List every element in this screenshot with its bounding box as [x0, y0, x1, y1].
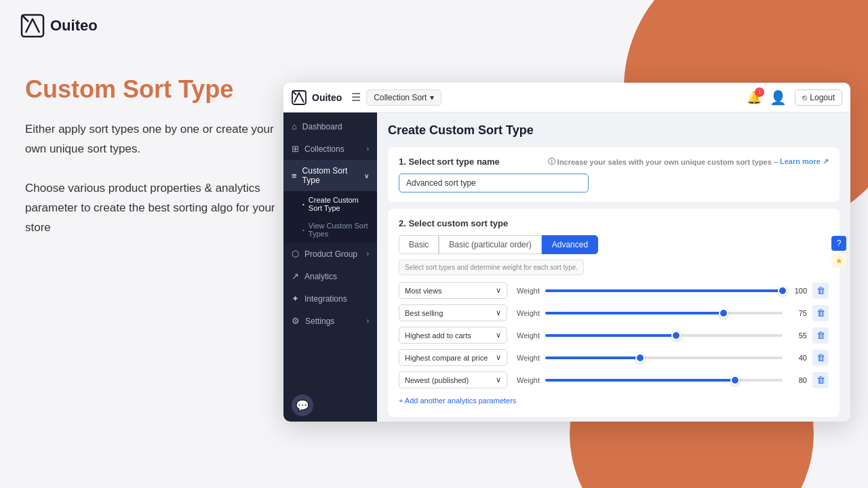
sort-type-dropdown-most-views[interactable]: Most views ∨ — [399, 282, 507, 299]
app-topbar: Ouiteo ☰ Collection Sort ▾ 🔔 1 👤 ⎋ Logou… — [283, 83, 850, 113]
section1-label: 1. Select sort type name ⓘ Increase your… — [399, 157, 829, 167]
page-title: Create Custom Sort Type — [388, 123, 840, 138]
logout-button[interactable]: ⎋ Logout — [795, 89, 842, 106]
dropdown-chevron-icon: ∨ — [496, 286, 501, 295]
sort-row-compare-price: Highest compare at price ∨ Weight 40 🗑 — [399, 349, 829, 366]
app-logo-text: Ouiteo — [312, 92, 342, 103]
sidebar-item-integrations[interactable]: ✦ Integrations — [283, 287, 377, 310]
delete-row-compare-price[interactable]: 🗑 — [812, 350, 829, 366]
info-icon: ⓘ — [548, 157, 555, 167]
weight-value-best-selling: 75 — [788, 309, 807, 317]
app-topbar-center: Collection Sort ▾ — [366, 89, 741, 106]
section1-hint: ⓘ Increase your sales with your own uniq… — [548, 157, 829, 167]
dropdown-chevron-icon: ∨ — [496, 375, 501, 384]
section1-card: 1. Select sort type name ⓘ Increase your… — [388, 147, 840, 202]
tab-basic-order[interactable]: Basic (particular order) — [439, 235, 541, 254]
svg-line-1 — [22, 15, 28, 22]
notification-badge: 1 — [755, 87, 764, 97]
sidebar-submenu: Create Custom Sort Type View Custom Sort… — [283, 191, 377, 243]
bookmark-button[interactable]: ★ — [831, 253, 846, 268]
sort-row-newest: Newest (published) ∨ Weight 80 🗑 — [399, 371, 829, 388]
sidebar-item-analytics[interactable]: ↗ Analytics — [283, 265, 377, 287]
sidebar-item-dashboard[interactable]: ⌂ Dashboard — [283, 115, 377, 138]
weight-slider-add-carts[interactable] — [545, 329, 783, 342]
logout-icon: ⎋ — [802, 93, 807, 102]
dropdown-chevron-icon: ∨ — [496, 353, 501, 362]
product-group-icon: ⬡ — [292, 249, 299, 259]
weight-slider-best-selling[interactable] — [545, 306, 783, 320]
sort-type-dropdown-newest[interactable]: Newest (published) ∨ — [399, 371, 507, 388]
sort-type-dropdown-add-carts[interactable]: Highest add to carts ∨ — [399, 327, 507, 344]
sort-name-input[interactable] — [399, 174, 589, 192]
custom-sort-icon: ≡ — [292, 171, 297, 181]
sort-row-best-selling: Best selling ∨ Weight 75 🗑 — [399, 304, 829, 321]
settings-icon: ⚙ — [292, 316, 300, 326]
delete-row-most-views[interactable]: 🗑 — [812, 283, 829, 299]
dropdown-arrow-icon: ▾ — [430, 93, 434, 102]
app-topbar-left: Ouiteo ☰ — [292, 90, 361, 105]
sort-type-dropdown-best-selling[interactable]: Best selling ∨ — [399, 304, 507, 321]
notification-icon[interactable]: 🔔 1 — [747, 90, 762, 105]
collections-icon: ⊞ — [292, 144, 299, 154]
logo-text: Ouiteo — [50, 17, 98, 35]
avatar-icon: 💬 — [296, 399, 309, 412]
sidebar-item-collections[interactable]: ⊞ Collections › — [283, 138, 377, 160]
marketing-title: Custom Sort Type — [25, 75, 276, 104]
app-logo-icon — [292, 90, 307, 105]
sidebar-bottom: 💬 — [283, 389, 377, 422]
section2-label: 2. Select custom sort type — [399, 218, 829, 228]
weight-value-newest: 80 — [788, 376, 807, 384]
tab-basic[interactable]: Basic — [399, 235, 439, 254]
hamburger-icon[interactable]: ☰ — [351, 91, 361, 104]
sort-hint: Select sort types and determine weight f… — [399, 260, 584, 275]
weight-slider-compare-price[interactable] — [545, 351, 783, 365]
weight-value-compare-price: 40 — [788, 354, 807, 362]
delete-row-newest[interactable]: 🗑 — [812, 372, 829, 388]
sidebar-item-custom-sort[interactable]: ≡ Custom Sort Type ∨ — [283, 160, 377, 191]
weight-slider-most-views[interactable] — [545, 284, 783, 298]
collections-arrow-icon: › — [367, 145, 369, 152]
right-panel: ? ★ — [831, 236, 846, 268]
marketing-body: Either apply sort types one by one or cr… — [25, 120, 276, 237]
app-window: Ouiteo ☰ Collection Sort ▾ 🔔 1 👤 ⎋ Logou… — [283, 83, 850, 422]
product-group-arrow-icon: › — [367, 250, 369, 258]
sidebar-avatar[interactable]: 💬 — [292, 394, 313, 416]
weight-slider-newest[interactable] — [545, 373, 783, 387]
sidebar-submenu-view[interactable]: View Custom Sort Types — [283, 217, 377, 243]
settings-arrow-icon: › — [367, 317, 369, 325]
integrations-icon: ✦ — [292, 293, 299, 304]
sidebar-item-settings[interactable]: ⚙ Settings › — [283, 310, 377, 332]
marketing-section: Custom Sort Type Either apply sort types… — [25, 75, 276, 238]
analytics-icon: ↗ — [292, 271, 299, 281]
weight-value-most-views: 100 — [788, 287, 807, 295]
sidebar: ⌂ Dashboard ⊞ Collections › ≡ Custom Sor… — [283, 113, 377, 422]
help-button[interactable]: ? — [831, 236, 846, 251]
custom-sort-arrow-icon: ∨ — [364, 172, 369, 180]
app-body: ⌂ Dashboard ⊞ Collections › ≡ Custom Sor… — [283, 113, 850, 422]
top-bar: Ouiteo — [20, 14, 98, 38]
dropdown-chevron-icon: ∨ — [496, 331, 501, 340]
user-icon[interactable]: 👤 — [770, 89, 787, 106]
section2-card: 2. Select custom sort type Basic Basic (… — [388, 209, 840, 417]
weight-value-add-carts: 55 — [788, 331, 807, 340]
delete-row-add-carts[interactable]: 🗑 — [812, 327, 829, 344]
dropdown-chevron-icon: ∨ — [496, 308, 501, 317]
collection-sort-dropdown[interactable]: Collection Sort ▾ — [366, 89, 441, 106]
home-icon: ⌂ — [292, 121, 297, 131]
sort-type-dropdown-compare-price[interactable]: Highest compare at price ∨ — [399, 349, 507, 366]
app-topbar-right: 🔔 1 👤 ⎋ Logout — [747, 89, 842, 106]
learn-more-link[interactable]: Learn more ↗ — [780, 157, 829, 166]
main-content: ? ★ Create Custom Sort Type 1. Select so… — [377, 113, 850, 422]
sort-row-add-carts: Highest add to carts ∨ Weight 55 🗑 — [399, 327, 829, 344]
delete-row-best-selling[interactable]: 🗑 — [812, 305, 829, 321]
sort-type-tabs: Basic Basic (particular order) Advanced — [399, 235, 829, 254]
add-param-button[interactable]: + Add another analytics parameters — [399, 394, 516, 407]
sidebar-submenu-create[interactable]: Create Custom Sort Type — [283, 191, 377, 217]
logo-icon — [20, 14, 45, 38]
sort-row-most-views: Most views ∨ Weight 100 🗑 — [399, 282, 829, 299]
sidebar-item-product-group[interactable]: ⬡ Product Group › — [283, 243, 377, 265]
tab-advanced[interactable]: Advanced — [542, 235, 598, 254]
